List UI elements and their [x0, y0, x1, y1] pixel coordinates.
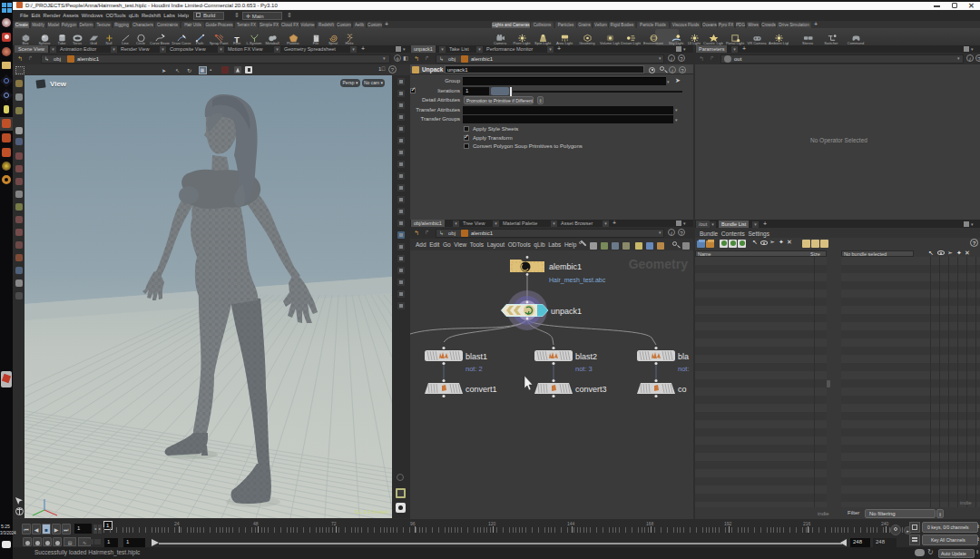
svg-text:Geometry: Geometry [629, 257, 689, 271]
svg-text:convert3: convert3 [575, 385, 607, 394]
svg-text:convert1: convert1 [466, 385, 497, 394]
svg-text:Hair_mesh_test.abc: Hair_mesh_test.abc [549, 277, 606, 284]
svg-text:blast2: blast2 [575, 352, 597, 361]
svg-text:co: co [678, 385, 687, 394]
svg-text:bla: bla [678, 352, 689, 361]
svg-text:not: 3: not: 3 [575, 365, 593, 373]
svg-text:not: 2: not: 2 [466, 365, 483, 373]
svg-text:alembic1: alembic1 [549, 262, 582, 271]
svg-text:blast1: blast1 [466, 352, 487, 361]
svg-text:not:: not: [678, 365, 690, 373]
svg-text:unpack1: unpack1 [551, 307, 582, 316]
